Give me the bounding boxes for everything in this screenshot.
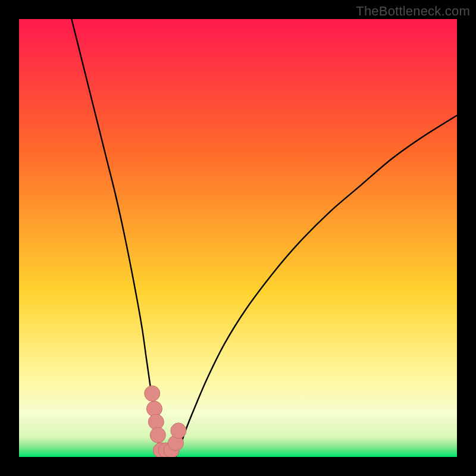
- watermark-text: TheBottleneck.com: [356, 4, 470, 19]
- chart-svg: [19, 19, 457, 457]
- data-marker: [145, 386, 160, 401]
- data-marker: [171, 423, 186, 439]
- data-marker: [150, 427, 165, 443]
- chart-frame: TheBottleneck.com: [0, 0, 476, 476]
- plot-area: [19, 19, 457, 457]
- gradient-background: [19, 19, 457, 457]
